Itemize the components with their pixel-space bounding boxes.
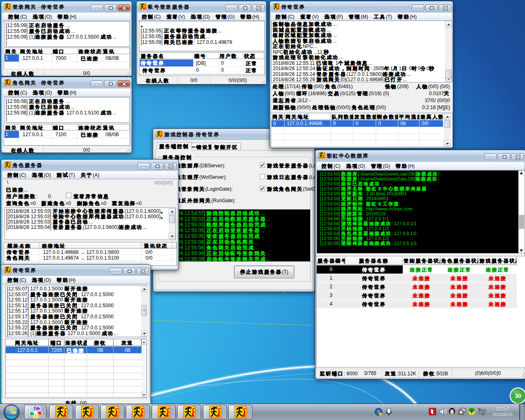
svg-text:30: 30 (515, 393, 521, 399)
